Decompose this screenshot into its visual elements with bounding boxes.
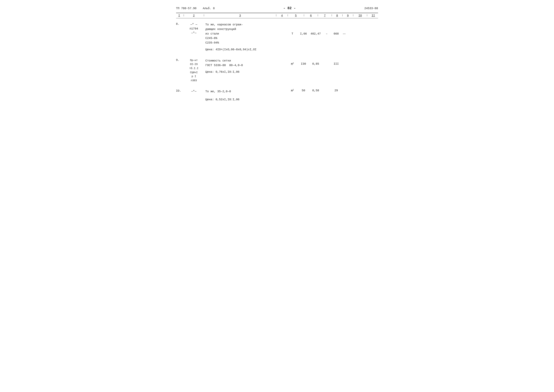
row-8-price: Цена: 4IO+(IxO,06–8x0,94)xI,OI — [206, 47, 288, 52]
col-header-7: 7 — [319, 14, 330, 17]
row-10-col5: 0,58 — [310, 89, 321, 92]
row-9-col5: 0,85 — [310, 58, 321, 65]
header-left: ТП 708-57.90 Альб. 8 — [176, 7, 215, 10]
row-10-col3: То же, 35–2,0–0 Цена: 0,52хI,I8:I,06 — [206, 89, 288, 102]
table-row: 9. Пр–нтOI–I9тб.I.IСЦНчIр Iп383 Стоимост… — [176, 53, 378, 84]
table-row: 8. —" —п1794—"— То же, каркасов ограж– д… — [176, 18, 378, 53]
row-8-col4: I,66 — [297, 22, 310, 35]
doc-id: ТП 708-57.90 — [176, 7, 197, 10]
page-header: ТП 708-57.90 Альб. 8 - 82 - 24533-08 — [176, 6, 378, 11]
row-number-10: IO. — [176, 89, 182, 92]
col-sep-10: ! — [366, 14, 369, 17]
row-9-col2: Пр–нтOI–I9тб.I.IСЦНчIр Iп383 — [185, 58, 203, 83]
row-10-price: Цена: 0,52хI,I8:I,06 — [206, 97, 288, 102]
row-8-col2: —" —п1794—"— — [185, 22, 203, 35]
row-10-col2: —"— — [185, 89, 203, 93]
row-number-9: 9. — [176, 58, 182, 62]
col-header-10: IO — [355, 14, 366, 17]
row-10-col4: 50 — [297, 89, 310, 92]
col-header-8: 8 — [333, 14, 341, 17]
col-header-4: 4 — [278, 14, 286, 17]
col-header-6: 6 — [305, 14, 317, 17]
row-9-col3: Стоимость сетки ГОСТ 5336–80 80–4,0–0 Це… — [206, 58, 288, 74]
col-sep-3: ! — [275, 14, 278, 17]
col-sep-7: ! — [330, 14, 333, 17]
row-number-8: 8. — [176, 22, 182, 26]
row-8-col7: 668 — [332, 22, 340, 35]
col-sep-5: ! — [303, 14, 305, 17]
page-number: - 82 - — [283, 6, 296, 10]
col-sep-8: ! — [341, 14, 344, 17]
col-header-2: 2 — [185, 14, 203, 17]
row-9-unit: М2 — [288, 58, 297, 66]
album: Альб. 8 — [203, 7, 215, 10]
col-header-9: 9 — [344, 14, 352, 17]
table-row: IO. —"— То же, 35–2,0–0 Цена: 0,52хI,I8:… — [176, 84, 378, 104]
row-8-col8: –– — [340, 22, 348, 35]
row-9-col4: I30 — [297, 58, 310, 65]
row-8-col5: 402,47 — [310, 22, 321, 35]
column-headers: I ! 2 ! 3 ! 4 ! 5 ! 6 ! 7 ! 8 ! 9 ! IO !… — [176, 13, 378, 18]
row-8-unit: Т — [288, 22, 297, 35]
col-header-5: 5 — [289, 14, 303, 17]
col-sep-9: ! — [352, 14, 355, 17]
col-sep-6: ! — [317, 14, 319, 17]
row-8-col3: То же, каркасов ограж– дающих конструкци… — [206, 22, 288, 52]
row-9-price: Цена: 0,76хI,I8:I,06 — [206, 70, 288, 74]
col-sep-2: ! — [203, 14, 206, 17]
row-10-col7: 29 — [332, 89, 340, 92]
row-8-col6: – — [321, 22, 332, 35]
col-sep-4: ! — [286, 14, 289, 17]
row-10-unit: М2 — [288, 89, 297, 92]
col-header-1: I — [176, 14, 182, 17]
col-header-3: 3 — [206, 14, 275, 17]
col-header-11: II — [369, 14, 378, 17]
row-9-col7: III — [332, 58, 340, 65]
doc-number: 24533-08 — [364, 7, 378, 10]
col-sep-1: ! — [182, 14, 185, 17]
